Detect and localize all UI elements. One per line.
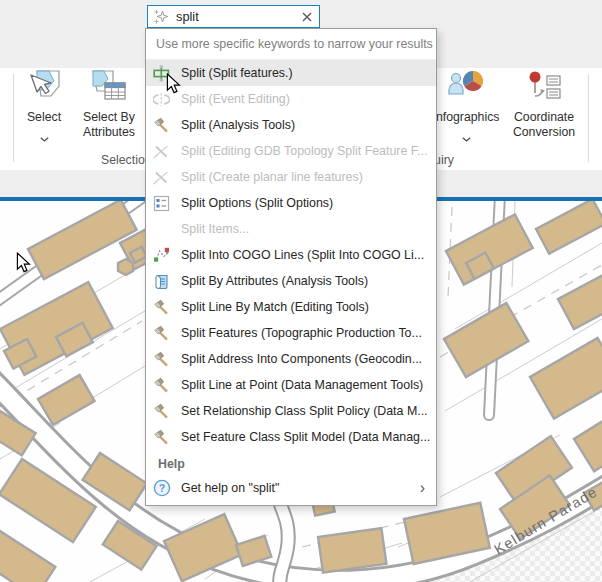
select-button-label: Select — [27, 110, 61, 125]
search-result-item[interactable]: Split (Analysis Tools) — [146, 112, 436, 138]
search-result-label: Split Features (Topographic Production T… — [181, 326, 422, 340]
hammer-icon — [153, 299, 170, 316]
select-by-attributes-label: Select By Attributes — [74, 110, 144, 139]
close-icon[interactable] — [302, 12, 312, 22]
search-result-label: Split (Event Editing) — [181, 92, 290, 106]
hammer-icon — [153, 377, 170, 394]
select-by-attributes-button[interactable]: Select By Attributes — [74, 70, 144, 139]
chevron-down-icon — [40, 128, 49, 146]
scroll-icon — [153, 273, 170, 290]
search-result-item[interactable]: Split Options (Split Options) — [146, 190, 436, 216]
search-result-label: Set Feature Class Split Model (Data Mana… — [181, 430, 430, 444]
search-result-label: Split Line By Match (Editing Tools) — [181, 300, 369, 314]
hammer-icon — [153, 429, 170, 446]
search-result-label: Split Items... — [181, 222, 249, 236]
options-icon — [153, 195, 170, 212]
select-button[interactable]: Select — [14, 70, 74, 146]
hammer-icon — [153, 117, 170, 134]
search-result-item[interactable]: Split (Split features.) — [146, 60, 436, 86]
get-help-label: Get help on "split" — [181, 481, 279, 495]
help-circle-icon: ? — [153, 479, 171, 497]
search-result-item[interactable]: Split Into COGO Lines (Split Into COGO L… — [146, 242, 436, 268]
sparkles-icon — [153, 9, 169, 25]
search-result-item[interactable]: Set Feature Class Split Model (Data Mana… — [146, 424, 436, 450]
app-window: Kelburn Parade Select — [0, 0, 602, 582]
search-result-label: Split By Attributes (Analysis Tools) — [181, 274, 368, 288]
search-hint: Use more specific keywords to narrow you… — [146, 29, 436, 60]
search-result-item: Split (Event Editing) — [146, 86, 436, 112]
group-label-selection: Selection — [101, 153, 152, 167]
chevron-right-icon: › — [420, 480, 425, 496]
search-result-label: Split (Analysis Tools) — [181, 118, 295, 132]
search-results-list: Split (Split features.)Split (Event Edit… — [146, 60, 436, 450]
x-line-icon — [153, 143, 170, 160]
chevron-down-icon — [462, 128, 471, 146]
mouse-cursor-map — [16, 252, 31, 277]
mouse-cursor — [166, 73, 181, 98]
group-divider-right — [588, 74, 589, 162]
search-result-item[interactable]: Split Address Into Components (Geocodin.… — [146, 346, 436, 372]
search-result-label: Split (Editing GDB Topology Split Featur… — [181, 144, 427, 158]
search-result-item: Split Items... — [146, 216, 436, 242]
search-result-label: Split Options (Split Options) — [181, 196, 333, 210]
coordinate-conversion-icon — [525, 70, 563, 108]
hammer-icon — [153, 325, 170, 342]
search-result-item[interactable]: Split By Attributes (Analysis Tools) — [146, 268, 436, 294]
search-input[interactable]: split — [147, 5, 320, 28]
search-result-item: Split (Editing GDB Topology Split Featur… — [146, 138, 436, 164]
select-icon — [27, 70, 61, 108]
search-result-label: Split (Split features.) — [181, 66, 293, 80]
none-icon — [153, 221, 170, 238]
search-result-label: Set Relationship Class Split Policy (Dat… — [181, 404, 428, 418]
search-result-label: Split Address Into Components (Geocodin.… — [181, 352, 422, 366]
coordinate-conversion-button[interactable]: Coordinate Conversion — [506, 70, 582, 139]
hammer-icon — [153, 403, 170, 420]
search-result-item[interactable]: Split Features (Topographic Production T… — [146, 320, 436, 346]
hammer-icon — [153, 351, 170, 368]
search-result-item[interactable]: Set Relationship Class Split Policy (Dat… — [146, 398, 436, 424]
x-line-icon — [153, 169, 170, 186]
search-result-item: Split (Create planar line features) — [146, 164, 436, 190]
search-results-dropdown: Use more specific keywords to narrow you… — [145, 28, 437, 506]
search-result-label: Split Line at Point (Data Management Too… — [181, 378, 423, 392]
search-value: split — [176, 9, 302, 24]
search-result-item[interactable]: Split Line at Point (Data Management Too… — [146, 372, 436, 398]
infographics-label: Infographics — [433, 110, 500, 125]
get-help-item[interactable]: ? Get help on "split" › — [146, 474, 436, 501]
select-by-attributes-icon — [92, 70, 126, 108]
infographics-icon — [447, 70, 485, 108]
help-section-header: Help — [146, 450, 436, 474]
svg-text:?: ? — [159, 482, 165, 494]
search-result-label: Split Into COGO Lines (Split Into COGO L… — [181, 248, 424, 262]
coordinate-conversion-label: Coordinate Conversion — [506, 110, 582, 139]
search-result-label: Split (Create planar line features) — [181, 170, 363, 184]
cogo-icon — [153, 247, 170, 264]
search-result-item[interactable]: Split Line By Match (Editing Tools) — [146, 294, 436, 320]
